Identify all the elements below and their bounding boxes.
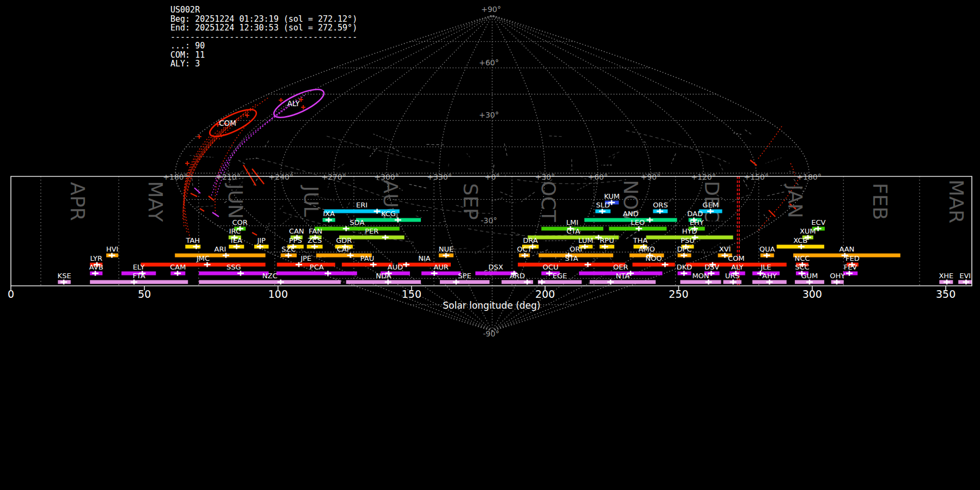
month-label-OCT: OCT	[537, 181, 560, 222]
shower-label-DAD: DAD	[687, 210, 703, 218]
shower-label-ORS: ORS	[653, 201, 668, 209]
x-tick-label: 200	[535, 288, 555, 300]
shower-bar-NTA	[590, 280, 656, 284]
shower-label-FAN: FAN	[309, 227, 322, 235]
shower-label-FED: FED	[846, 254, 860, 262]
shower-label-OCT: OCT	[517, 245, 532, 253]
shower-label-EVI: EVI	[959, 272, 971, 280]
x-tick-label: 300	[803, 288, 822, 300]
shower-bar-KCG	[356, 218, 421, 222]
shower-label-KUM: KUM	[604, 192, 620, 200]
shower-label-PSU: PSU	[681, 236, 695, 244]
shower-bar-AUR	[421, 272, 461, 275]
x-tick-label: 100	[268, 288, 287, 300]
radiant-map-screen: US002R Beg: 20251224 01:23:19 (sol = 272…	[0, 0, 980, 490]
shower-bar-STA	[518, 263, 625, 267]
shower-label-DSV: DSV	[705, 263, 719, 271]
shower-bars-layer: KUMERISLDORSGEMIXAKCGANDDADCORSDALMILEOE…	[58, 192, 972, 285]
shower-label-OHY: OHY	[830, 272, 845, 280]
month-label-FEB: FEB	[869, 183, 891, 220]
x-tick-label: 350	[936, 288, 955, 300]
shower-label-DPC: DPC	[677, 245, 692, 253]
shower-label-IEA: IEA	[231, 236, 242, 244]
shower-label-ORI: ORI	[569, 245, 582, 253]
shower-label-KSE: KSE	[58, 272, 71, 280]
shower-label-JPE: JPE	[300, 254, 311, 262]
shower-label-AMO: AMO	[639, 245, 655, 253]
shower-activity-chart: APRMAYJUNJULAUGSEPOCTNOVDECJANFEBMARKUME…	[0, 0, 980, 490]
shower-label-ELY: ELY	[133, 263, 145, 271]
shower-bar-NOO	[633, 263, 675, 267]
shower-label-MON: MON	[692, 272, 709, 280]
shower-label-PER: PER	[365, 227, 378, 235]
shower-label-ARI: ARI	[215, 245, 226, 253]
shower-label-PAU: PAU	[360, 254, 374, 262]
shower-label-SSG: SSG	[226, 263, 241, 271]
shower-bar-NDA	[346, 280, 421, 284]
shower-label-SDA: SDA	[350, 218, 364, 226]
shower-label-NZC: NZC	[262, 272, 278, 280]
shower-label-LUM: LUM	[578, 236, 593, 244]
shower-label-STA: STA	[565, 254, 578, 262]
shower-label-ZCS: ZCS	[308, 236, 322, 244]
shower-label-CAM: CAM	[170, 263, 186, 271]
shower-label-NTA: NTA	[616, 272, 630, 280]
shower-label-RPU: RPU	[600, 236, 614, 244]
shower-bar-MON	[680, 280, 721, 284]
shower-label-JMC: JMC	[196, 254, 210, 262]
shower-label-IRC: IRC	[229, 227, 241, 235]
shower-label-FEV: FEV	[844, 263, 857, 271]
shower-label-FTA: FTA	[133, 272, 145, 280]
shower-label-KCG: KCG	[381, 210, 396, 218]
shower-label-NCC: NCC	[794, 254, 810, 262]
shower-bar-JPE	[277, 263, 335, 267]
shower-label-AUR: AUR	[433, 263, 448, 271]
shower-bar-ARI	[175, 254, 265, 258]
shower-label-ARD: ARD	[510, 272, 525, 280]
shower-label-PPS: PPS	[289, 236, 302, 244]
observation-header: US002R Beg: 20251224 01:23:19 (sol = 272…	[170, 5, 357, 69]
shower-label-ECV: ECV	[811, 218, 825, 226]
x-tick-label: 50	[138, 288, 151, 300]
shower-label-ALY: ALY	[731, 263, 743, 271]
x-tick-label: 250	[669, 288, 688, 300]
shower-label-DKD: DKD	[677, 263, 693, 271]
shower-bar-PCA	[277, 272, 357, 275]
shower-label-LEO: LEO	[631, 218, 645, 226]
shower-label-THA: THA	[633, 236, 648, 244]
x-tick-label: 150	[402, 288, 421, 300]
shower-label-CAN: CAN	[289, 227, 304, 235]
shower-label-PCA: PCA	[310, 263, 324, 271]
shower-label-ERI: ERI	[356, 201, 367, 209]
shower-label-XUM: XUM	[800, 227, 816, 235]
shower-label-COR: COR	[232, 218, 248, 226]
month-label-MAR: MAR	[945, 180, 967, 224]
shower-label-DRA: DRA	[523, 236, 538, 244]
shower-label-NIA: NIA	[418, 254, 431, 262]
shower-label-XVI: XVI	[719, 245, 731, 253]
x-axis-title: Solar longitude (deg)	[443, 300, 541, 311]
month-label-JAN: JAN	[784, 183, 806, 218]
shower-label-SCC: SCC	[795, 263, 809, 271]
shower-label-OER: OER	[613, 263, 628, 271]
shower-label-TAH: TAH	[186, 236, 200, 244]
shower-label-AND: AND	[623, 210, 639, 218]
shower-label-GDR: GDR	[336, 236, 352, 244]
shower-bar-SSG	[199, 272, 268, 275]
shower-label-QUA: QUA	[759, 245, 775, 253]
shower-label-NDA: NDA	[376, 272, 391, 280]
shower-label-HVI: HVI	[106, 245, 119, 253]
month-label-JUL: JUL	[300, 185, 322, 217]
shower-label-AHY: AHY	[762, 272, 777, 280]
shower-label-AUD: AUD	[388, 263, 403, 271]
shower-bar-FTA	[90, 280, 188, 284]
shower-label-SZC: SZC	[281, 245, 296, 253]
shower-bar-SDA	[315, 227, 400, 231]
shower-label-OCU: OCU	[543, 263, 559, 271]
shower-label-AAN: AAN	[839, 245, 854, 253]
shower-label-XHE: XHE	[939, 272, 953, 280]
shower-label-CAP: CAP	[337, 245, 351, 253]
shower-label-JLE: JLE	[760, 263, 771, 271]
shower-label-NUE: NUE	[439, 245, 454, 253]
shower-label-LYR: LYR	[90, 254, 102, 262]
